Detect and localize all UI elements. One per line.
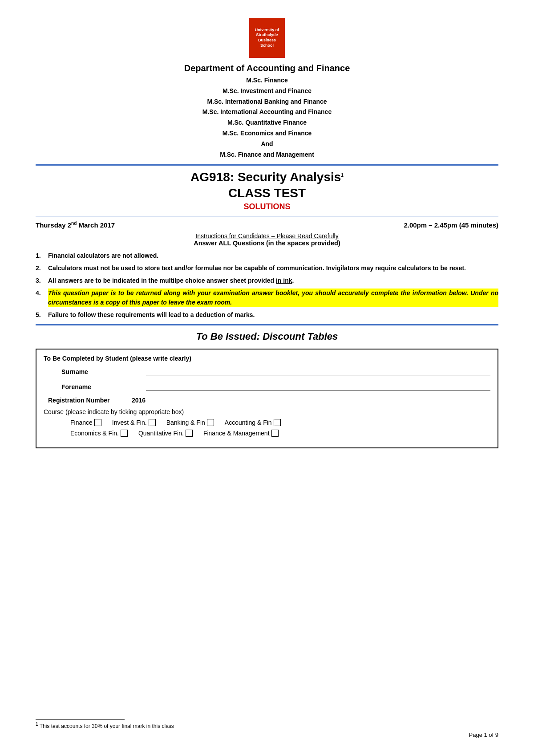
surname-label: Surname xyxy=(61,368,142,375)
exam-time: 2.00pm – 2.45pm (45 minutes) xyxy=(404,221,498,229)
student-form-title: To Be Completed by Student (please write… xyxy=(44,355,490,362)
program-item: M.Sc. International Accounting and Finan… xyxy=(36,107,498,118)
program-list: M.Sc. Finance M.Sc. Investment and Finan… xyxy=(36,75,498,160)
accounting-label: Accounting & Fin xyxy=(225,419,272,426)
registration-row: Registration Number 2016 xyxy=(44,397,490,404)
checkbox-accounting: Accounting & Fin xyxy=(225,419,281,426)
footnote-divider xyxy=(36,719,125,720)
surname-field[interactable] xyxy=(146,366,490,375)
mid-divider xyxy=(36,216,498,216)
program-item: M.Sc. Economics and Finance xyxy=(36,128,498,139)
finance-label: Finance xyxy=(70,419,93,426)
checkbox-mgmt: Finance & Management xyxy=(203,430,279,437)
course-label: Course (please indicate by ticking appro… xyxy=(44,408,490,415)
instructions-title: Instructions for Candidates – Please Rea… xyxy=(36,232,498,240)
top-divider xyxy=(36,164,498,166)
date-time-row: Thursday 2nd March 2017 2.00pm – 2.45pm … xyxy=(36,221,498,229)
finance-checkbox[interactable] xyxy=(94,419,101,426)
to-be-issued: To Be Issued: Discount Tables xyxy=(36,331,498,342)
instruction-item-3: 3. All answers are to be indicated in th… xyxy=(36,276,498,285)
exam-date: Thursday 2nd March 2017 xyxy=(36,221,115,229)
instruction-item-4: 4. This question paper is to be returned… xyxy=(36,289,498,307)
checkbox-row-2: Economics & Fin. Quantitative Fin. Finan… xyxy=(70,430,490,437)
footnote-text: 1 This test accounts for 30% of your fin… xyxy=(36,722,498,729)
program-item: M.Sc. Investment and Finance xyxy=(36,86,498,97)
class-test-title: CLASS TEST xyxy=(36,186,498,200)
economics-checkbox[interactable] xyxy=(121,430,128,437)
program-item: M.Sc. Finance xyxy=(36,75,498,86)
course-section: Course (please indicate by ticking appro… xyxy=(44,408,490,437)
surname-row: Surname xyxy=(44,366,490,375)
program-item: M.Sc. International Banking and Finance xyxy=(36,97,498,107)
economics-label: Economics & Fin. xyxy=(70,430,119,437)
accounting-checkbox[interactable] xyxy=(274,419,281,426)
program-item: M.Sc. Quantitative Finance xyxy=(36,118,498,128)
instruction-item-1: 1. Financial calculators are not allowed… xyxy=(36,251,498,260)
program-item: M.Sc. Finance and Management xyxy=(36,150,498,160)
instruction-item-5: 5. Failure to follow these requirements … xyxy=(36,310,498,320)
footnote-section: 1 This test accounts for 30% of your fin… xyxy=(36,719,498,729)
solutions-label: SOLUTIONS xyxy=(36,202,498,211)
student-form-box: To Be Completed by Student (please write… xyxy=(36,349,498,448)
exam-title-section: AG918: Security Analysis1 CLASS TEST SOL… xyxy=(36,170,498,211)
checkbox-quant: Quantitative Fin. xyxy=(138,430,193,437)
mgmt-label: Finance & Management xyxy=(203,430,270,437)
instructions-list: 1. Financial calculators are not allowed… xyxy=(36,251,498,320)
reg-value: 2016 xyxy=(132,397,146,404)
exam-code-title: AG918: Security Analysis1 xyxy=(36,170,498,184)
page-number: Page 1 of 9 xyxy=(469,732,499,738)
quant-checkbox[interactable] xyxy=(186,430,193,437)
quant-label: Quantitative Fin. xyxy=(138,430,184,437)
forename-field[interactable] xyxy=(146,382,490,390)
program-item: And xyxy=(36,139,498,150)
forename-label: Forename xyxy=(61,383,142,390)
department-title: Department of Accounting and Finance xyxy=(36,63,498,73)
mgmt-checkbox[interactable] xyxy=(271,430,279,437)
banking-label: Banking & Fin xyxy=(166,419,205,426)
university-logo: University ofStrathclydeBusinessSchool xyxy=(249,18,285,58)
checkbox-row-1: Finance Invest & Fin. Banking & Fin Acco… xyxy=(70,419,490,426)
checkbox-finance: Finance xyxy=(70,419,101,426)
bottom-divider xyxy=(36,324,498,325)
header-section: University ofStrathclydeBusinessSchool D… xyxy=(36,18,498,160)
banking-checkbox[interactable] xyxy=(207,419,214,426)
invest-label: Invest & Fin. xyxy=(112,419,147,426)
instructions-header: Instructions for Candidates – Please Rea… xyxy=(36,232,498,247)
reg-label: Registration Number xyxy=(48,397,128,404)
instruction-item-2: 2. Calculators must not be used to store… xyxy=(36,264,498,273)
invest-checkbox[interactable] xyxy=(149,419,156,426)
checkbox-economics: Economics & Fin. xyxy=(70,430,128,437)
logo-text: University ofStrathclydeBusinessSchool xyxy=(255,28,279,49)
checkbox-banking: Banking & Fin xyxy=(166,419,214,426)
forename-row: Forename xyxy=(44,382,490,390)
instructions-subtitle: Answer ALL Questions (in the spaces prov… xyxy=(36,240,498,247)
checkbox-invest: Invest & Fin. xyxy=(112,419,156,426)
